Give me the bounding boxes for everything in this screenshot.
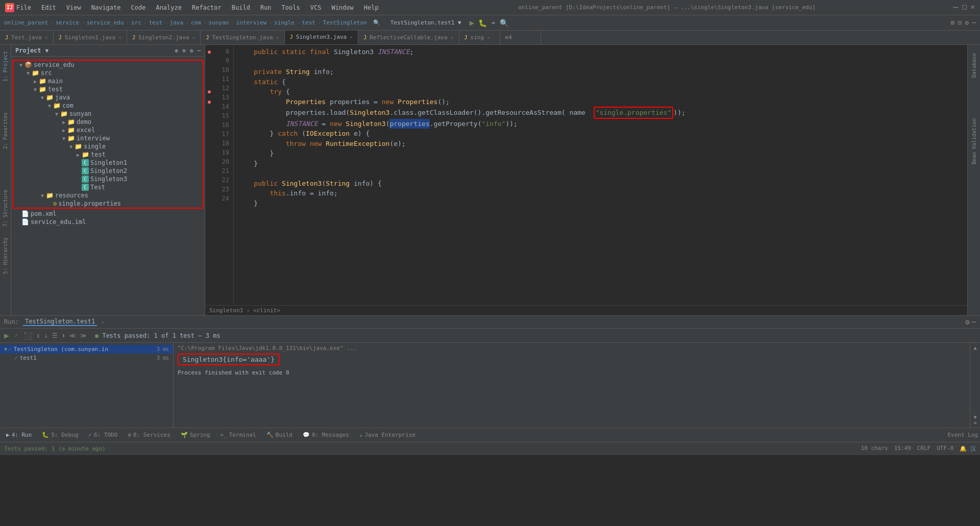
java-enterprise-tool-btn[interactable]: ☕ Java Enterprise bbox=[355, 431, 420, 439]
code-editor[interactable]: ● ● ● 8 9 10 11 12 13 14 15 16 17 18 19 bbox=[205, 45, 967, 315]
tree-item-interview[interactable]: ▼ 📁 interview bbox=[13, 134, 203, 142]
tree-item-single-properties[interactable]: ⚙ single.properties bbox=[13, 199, 203, 208]
run-config-selector[interactable]: TestSingleton.test1 ▼ bbox=[386, 19, 465, 27]
nav-interview[interactable]: interview bbox=[236, 19, 267, 26]
tree-item-test-class[interactable]: C Test bbox=[13, 183, 203, 191]
tab-singleton3-java[interactable]: J Singleton3.java ✕ bbox=[285, 31, 358, 44]
close-tab-icon[interactable]: ✕ bbox=[487, 35, 490, 40]
nav-service-edu[interactable]: service_edu bbox=[87, 19, 124, 26]
code-lines[interactable]: public static final Singleton3 INSTANCE;… bbox=[234, 45, 967, 305]
nav-com[interactable]: com bbox=[191, 19, 201, 26]
nav-single[interactable]: single bbox=[274, 19, 295, 26]
tab-singleton2[interactable]: J Singleton2.java ✕ bbox=[127, 31, 201, 44]
maximize-button[interactable]: □ bbox=[962, 3, 966, 12]
nav-service[interactable]: service bbox=[56, 19, 79, 26]
run-settings-btn[interactable]: ⚙ bbox=[965, 318, 969, 326]
menu-bar[interactable]: File Edit View Navigate Code Analyze Ref… bbox=[14, 3, 381, 12]
filter-button[interactable]: ☰ bbox=[52, 332, 58, 339]
structure-tab[interactable]: 7: Structure bbox=[1, 188, 10, 229]
tree-item-src[interactable]: ▼ 📁 src bbox=[13, 69, 203, 77]
spring-tool-btn[interactable]: 🌱 Spring bbox=[177, 431, 214, 439]
panel-dropdown-icon[interactable]: ▼ bbox=[45, 47, 49, 54]
scroll-down[interactable]: ▼ bbox=[973, 414, 976, 420]
tab-sing[interactable]: J sing ✕ bbox=[459, 31, 500, 44]
tree-item-test[interactable]: ▼ 📁 test bbox=[13, 85, 203, 93]
database-panel-tab[interactable]: Database bbox=[969, 49, 979, 82]
run-minimize-btn[interactable]: ─ bbox=[972, 318, 976, 326]
menu-tools[interactable]: Tools bbox=[280, 3, 302, 12]
tab-test-java[interactable]: J Test.java ✕ bbox=[0, 31, 54, 44]
run-tab-active[interactable]: TestSingleton.test1 bbox=[23, 318, 97, 326]
menu-vcs[interactable]: VCS bbox=[308, 3, 324, 12]
menu-file[interactable]: File bbox=[14, 3, 33, 12]
run-item-testsingleton[interactable]: ▼ ✓ TestSingleton (com.sunyan.in 3 ms bbox=[0, 345, 173, 354]
minimize-panel[interactable]: ─ bbox=[972, 19, 976, 27]
tree-item-single-test[interactable]: ▶ 📁 test bbox=[13, 151, 203, 159]
search-button[interactable]: 🔍 bbox=[500, 19, 508, 27]
favorites-tab[interactable]: 2: Favorites bbox=[1, 110, 10, 151]
debug-tool-btn[interactable]: 🐛 5: Debug bbox=[38, 431, 82, 439]
tree-item-pom[interactable]: 📄 pom.xml bbox=[11, 210, 205, 218]
panel-minimize-icon[interactable]: ─ bbox=[197, 47, 201, 54]
scroll-more[interactable]: ≡ bbox=[973, 420, 976, 425]
nav-testsingleton[interactable]: TestSingleton bbox=[323, 19, 367, 26]
nav-test2[interactable]: test bbox=[302, 19, 315, 26]
tree-item-com[interactable]: ▼ 📁 com bbox=[13, 102, 203, 110]
layout-btn-2[interactable]: ⊟ bbox=[958, 19, 962, 27]
tree-item-sunyan[interactable]: ▼ 📁 sunyan bbox=[13, 110, 203, 118]
tree-item-singleton3[interactable]: C Singleton3 bbox=[13, 175, 203, 183]
tab-singleton1[interactable]: J Singleton1.java ✕ bbox=[54, 31, 127, 44]
tree-item-resources[interactable]: ▼ 📁 resources bbox=[13, 191, 203, 199]
run-button[interactable]: ▶ bbox=[470, 18, 475, 28]
services-tool-btn[interactable]: ⚙ 8: Services bbox=[124, 431, 174, 439]
window-controls[interactable]: ─ □ ✕ bbox=[953, 3, 975, 12]
expand-button[interactable]: ≫ bbox=[80, 332, 87, 339]
sort-button-1[interactable]: ↕ bbox=[36, 332, 40, 339]
nav-test[interactable]: test bbox=[149, 19, 163, 26]
close-tab-icon[interactable]: ✕ bbox=[45, 35, 48, 40]
panel-action-1[interactable]: ⊕ bbox=[175, 47, 179, 54]
menu-refactor[interactable]: Refactor bbox=[190, 3, 224, 12]
menu-code[interactable]: Code bbox=[129, 3, 148, 12]
debug-button[interactable]: 🐛 bbox=[478, 19, 487, 27]
run-tool-btn[interactable]: ▶ 4: Run bbox=[2, 431, 36, 439]
tree-item-main[interactable]: ▶ 📁 main bbox=[13, 77, 203, 85]
menu-view[interactable]: View bbox=[64, 3, 83, 12]
close-button[interactable]: ✕ bbox=[971, 3, 975, 12]
run-item-test1[interactable]: ✓ test1 3 ms bbox=[0, 354, 173, 362]
tree-item-singleton1[interactable]: C Singleton1 bbox=[13, 159, 203, 167]
coverage-button[interactable]: ☂ bbox=[491, 19, 495, 27]
collapse-button[interactable]: ≪ bbox=[69, 332, 76, 339]
tree-item-singleton2[interactable]: C Singleton2 bbox=[13, 167, 203, 175]
menu-help[interactable]: Help bbox=[362, 3, 381, 12]
layout-btn-1[interactable]: ⊞ bbox=[951, 19, 955, 27]
tree-item-java[interactable]: ▼ 📁 java bbox=[13, 93, 203, 102]
bean-validation-panel-tab[interactable]: Bean Validation bbox=[969, 114, 979, 168]
tree-item-single[interactable]: ▼ 📁 single bbox=[13, 142, 203, 151]
nav-sunyan[interactable]: sunyan bbox=[208, 19, 229, 26]
sort-button-2[interactable]: ↓ bbox=[44, 332, 48, 339]
tab-reflective-callable[interactable]: J ReflectiveCallable.java ✕ bbox=[358, 31, 459, 44]
settings-btn[interactable]: ⚙ bbox=[965, 19, 969, 27]
rerun-button[interactable]: ▶ bbox=[4, 331, 9, 340]
menu-window[interactable]: Window bbox=[329, 3, 355, 12]
close-tab-icon[interactable]: ✕ bbox=[451, 35, 454, 40]
event-log-btn[interactable]: Event Log bbox=[947, 432, 978, 438]
scroll-up[interactable]: ▲ bbox=[973, 345, 976, 350]
project-tab[interactable]: 1: Project bbox=[1, 49, 10, 84]
tree-item-excel[interactable]: ▶ 📁 excel bbox=[13, 126, 203, 134]
menu-run[interactable]: Run bbox=[258, 3, 274, 12]
close-tab-icon[interactable]: ✕ bbox=[350, 34, 353, 40]
stop-button[interactable]: ⬛ bbox=[23, 332, 32, 340]
close-tab-icon[interactable]: ✕ bbox=[118, 35, 121, 40]
menu-edit[interactable]: Edit bbox=[39, 3, 58, 12]
panel-settings-icon[interactable]: ⚙ bbox=[190, 47, 193, 54]
nav-online-parent[interactable]: online_parent bbox=[4, 19, 48, 26]
build-tool-btn[interactable]: 🔨 Build bbox=[262, 431, 297, 439]
tab-more[interactable]: ≡4 bbox=[500, 31, 541, 44]
minimize-button[interactable]: ─ bbox=[953, 3, 958, 12]
nav-src[interactable]: src bbox=[131, 19, 141, 26]
tree-item-iml[interactable]: 📄 service_edu.iml bbox=[11, 218, 205, 226]
export-button[interactable]: ⬍ bbox=[62, 332, 65, 339]
hierarchy-tab[interactable]: 5: Hierarchy bbox=[1, 235, 10, 276]
